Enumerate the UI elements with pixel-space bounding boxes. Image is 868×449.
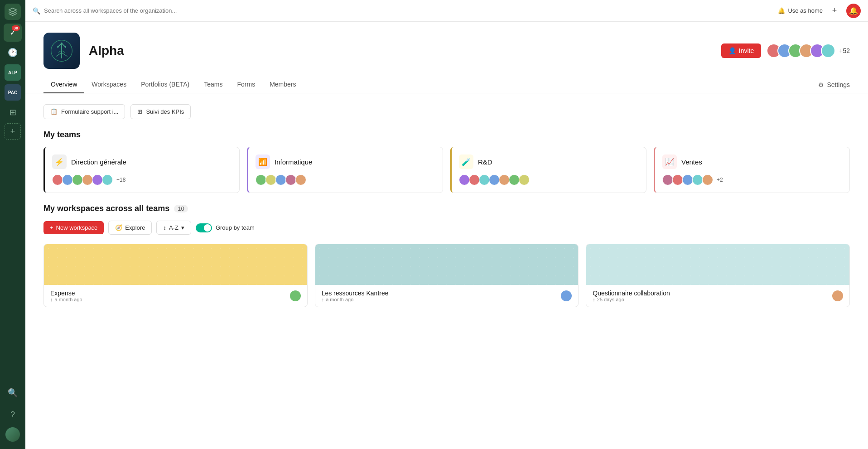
quick-link-formulaire[interactable]: 📋 Formulaire support i...	[43, 104, 125, 119]
kpis-label: Suivi des KPIs	[146, 108, 184, 115]
sidebar-item-grid[interactable]: ⊞	[4, 103, 22, 121]
team-card-direction[interactable]: ⚡ Direction générale +18	[43, 147, 240, 193]
topbar-right: 🔔 Use as home + 🔔	[778, 4, 861, 18]
sidebar-workspace-alp[interactable]: ALP	[5, 64, 21, 81]
notification-button[interactable]: 🔔	[846, 4, 861, 18]
workspace-card-questionnaire[interactable]: Questionnaire collaboration ↑ 25 days ag…	[586, 244, 850, 307]
tasks-badge: 30	[12, 25, 20, 31]
workspace-cover-questionnaire	[586, 244, 849, 285]
member-avatars[interactable]: +52	[767, 43, 850, 58]
svg-point-2	[57, 46, 58, 48]
search-bar[interactable]: 🔍	[33, 7, 304, 14]
sidebar-help[interactable]: ?	[4, 406, 22, 424]
team-informatique-name: Informatique	[275, 158, 312, 166]
my-workspaces-section: My workspaces across all teams 10 + New …	[25, 204, 868, 318]
sidebar-logo[interactable]	[5, 4, 21, 20]
quick-links-section: 📋 Formulaire support i... ⊞ Suivi des KP…	[25, 93, 868, 130]
tab-forms[interactable]: Forms	[230, 76, 262, 93]
home-icon: 🔔	[778, 7, 785, 14]
clock-icon-questionnaire: ↑	[593, 297, 595, 302]
sidebar-search[interactable]: 🔍	[4, 384, 22, 402]
explore-icon: 🧭	[115, 224, 122, 231]
my-teams-section: My teams ⚡ Direction générale	[25, 130, 868, 204]
group-by-switch[interactable]	[196, 223, 212, 232]
new-workspace-plus-icon: +	[50, 224, 53, 231]
sidebar-item-recent[interactable]: 🕐	[4, 43, 22, 62]
team-member-4	[82, 174, 93, 185]
search-icon: 🔍	[33, 7, 40, 14]
svg-point-3	[65, 46, 66, 48]
group-by-label: Group by team	[216, 224, 255, 231]
member-avatar-6	[821, 43, 835, 58]
org-logo[interactable]	[43, 33, 80, 69]
team-member-7	[256, 174, 266, 185]
team-ventes-more: +2	[717, 177, 723, 183]
team-direction-more: +18	[116, 177, 125, 183]
topbar: 🔍 🔔 Use as home + 🔔	[25, 0, 868, 22]
quick-link-kpis[interactable]: ⊞ Suivi des KPIs	[130, 104, 191, 119]
team-member-17	[509, 174, 520, 185]
explore-button[interactable]: 🧭 Explore	[108, 221, 152, 235]
sidebar-add-workspace[interactable]: +	[5, 123, 21, 140]
sidebar: ✓ 30 🕐 ALP PAC ⊞ + 🔍 ?	[0, 0, 25, 449]
tab-settings[interactable]: ⚙ Settings	[818, 77, 850, 93]
new-workspace-button[interactable]: + New workspace	[43, 221, 104, 234]
tab-portfolios[interactable]: Portfolios (BETA)	[134, 76, 197, 93]
invite-button[interactable]: 👤 Invite	[721, 43, 761, 58]
workspace-info-expense: Expense ↑ a month ago	[44, 285, 307, 307]
team-member-10	[285, 174, 296, 185]
main-area: 🔍 🔔 Use as home + 🔔	[25, 0, 868, 449]
workspaces-count: 10	[174, 205, 188, 212]
sidebar-workspace-pac[interactable]: PAC	[5, 84, 21, 101]
team-member-16	[499, 174, 510, 185]
tab-overview[interactable]: Overview	[43, 76, 84, 93]
quick-links: 📋 Formulaire support i... ⊞ Suivi des KP…	[43, 104, 850, 119]
team-member-14	[479, 174, 490, 185]
team-card-informatique[interactable]: 📶 Informatique	[247, 147, 443, 193]
teams-grid: ⚡ Direction générale +18	[43, 147, 850, 193]
member-count: +52	[839, 47, 850, 54]
workspace-info-ressources: Les ressources Kantree ↑ a month ago	[315, 285, 579, 307]
search-input[interactable]	[44, 7, 304, 14]
invite-icon: 👤	[728, 47, 736, 54]
team-card-rd[interactable]: 🧪 R&D	[450, 147, 646, 193]
team-ventes-header: 📈 Ventes	[662, 154, 842, 169]
team-direction-name: Direction générale	[71, 158, 126, 166]
sidebar-item-tasks[interactable]: ✓ 30	[4, 24, 22, 42]
sort-label: A-Z	[169, 224, 178, 231]
sort-icon: ↕	[163, 224, 166, 231]
team-member-22	[692, 174, 703, 185]
sidebar-user-avatar[interactable]	[5, 427, 20, 442]
team-member-5	[92, 174, 103, 185]
workspace-date-expense: ↑ a month ago	[50, 297, 82, 302]
notification-icon: 🔔	[849, 6, 858, 15]
sort-dropdown[interactable]: ↕ A-Z ▾	[156, 221, 191, 235]
team-informatique-members	[256, 174, 435, 185]
team-member-21	[682, 174, 693, 185]
workspaces-header: My workspaces across all teams 10	[43, 204, 850, 213]
content-area: Alpha 👤 Invite +52 Ove	[25, 22, 868, 449]
use-as-home-button[interactable]: 🔔 Use as home	[778, 7, 823, 14]
team-rd-icon: 🧪	[459, 154, 473, 169]
workspace-name-expense: Expense	[50, 290, 82, 297]
team-ventes-members: +2	[662, 174, 842, 185]
sort-chevron-icon: ▾	[181, 224, 184, 231]
team-member-15	[489, 174, 500, 185]
workspace-card-ressources[interactable]: Les ressources Kantree ↑ a month ago	[315, 244, 579, 307]
team-member-1	[52, 174, 63, 185]
team-direction-members: +18	[52, 174, 232, 185]
team-informatique-header: 📶 Informatique	[256, 154, 435, 169]
tab-workspaces[interactable]: Workspaces	[84, 76, 134, 93]
workspace-card-expense[interactable]: Expense ↑ a month ago	[43, 244, 308, 307]
team-ventes-icon: 📈	[662, 154, 677, 169]
team-card-ventes[interactable]: 📈 Ventes +2	[654, 147, 850, 193]
org-header: Alpha 👤 Invite +52	[25, 22, 868, 69]
help-icon: ?	[10, 410, 15, 420]
add-button[interactable]: +	[828, 5, 841, 17]
recent-icon: 🕐	[8, 48, 18, 58]
team-member-9	[275, 174, 286, 185]
tab-teams[interactable]: Teams	[197, 76, 230, 93]
svg-point-1	[61, 43, 62, 44]
tab-members[interactable]: Members	[262, 76, 303, 93]
team-direction-header: ⚡ Direction générale	[52, 154, 232, 169]
